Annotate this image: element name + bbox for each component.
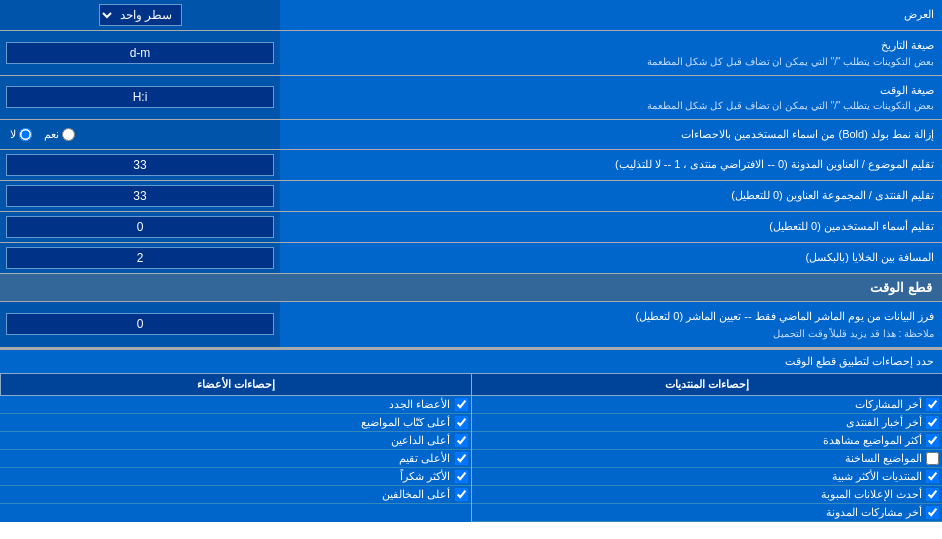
topic-trim-label: تقليم الموضوع / العناوين المدونة (0 -- ا…: [280, 150, 942, 180]
checkbox-member-4[interactable]: [455, 452, 468, 465]
checkbox-forum-1[interactable]: [926, 398, 939, 411]
bold-radio-yes-label[interactable]: نعم: [44, 128, 75, 141]
checkbox-forum-3[interactable]: [926, 434, 939, 447]
list-item: الأكثر شكراً: [0, 468, 471, 486]
date-format-label: صيغة التاريخ بعض التكوينات يتطلب "/" الت…: [280, 31, 942, 75]
list-item: الأعضاء الجدد: [0, 396, 471, 414]
time-filter-input-cell: [0, 302, 280, 348]
stats-col-headers: إحصاءات المنتديات إحصاءات الأعضاء: [0, 374, 942, 396]
time-format-row: صيغة الوقت بعض التكوينات يتطلب "/" التي …: [0, 76, 942, 121]
bold-radio-yes[interactable]: [62, 128, 75, 141]
list-item: المواضيع الساخنة: [472, 450, 943, 468]
bold-label: إزالة نمط بولد (Bold) من اسماء المستخدمي…: [280, 120, 942, 149]
checkbox-member-3[interactable]: [455, 434, 468, 447]
list-item: أعلى كتّاب المواضيع: [0, 414, 471, 432]
time-format-label: صيغة الوقت بعض التكوينات يتطلب "/" التي …: [280, 76, 942, 120]
col-header-forums: إحصاءات المنتديات: [471, 374, 942, 395]
checkbox-forum-5[interactable]: [926, 470, 939, 483]
topic-trim-input-cell: [0, 150, 280, 180]
list-item: أخر مشاركات المدونة: [472, 504, 943, 522]
stats-section: حدد إحصاءات لتطبيق قطع الوقت إحصاءات الم…: [0, 348, 942, 522]
date-format-input[interactable]: [6, 42, 274, 64]
user-trim-label: تقليم أسماء المستخدمين (0 للتعطيل): [280, 212, 942, 242]
time-format-input-cell: [0, 76, 280, 120]
display-row: العرض سطر واحدسطرينثلاثة أسطر: [0, 0, 942, 31]
list-item: أعلى المخالفين: [0, 486, 471, 504]
bold-radio-no-label[interactable]: لا: [10, 128, 32, 141]
forum-trim-label: تقليم الفنتدى / المجموعة العناوين (0 للت…: [280, 181, 942, 211]
apply-stats-row: حدد إحصاءات لتطبيق قطع الوقت: [0, 350, 942, 374]
time-filter-label: فرز البيانات من يوم الماشر الماضي فقط --…: [280, 302, 942, 348]
apply-stats-label: حدد إحصاءات لتطبيق قطع الوقت: [0, 350, 942, 373]
time-format-input[interactable]: [6, 86, 274, 108]
date-format-row: صيغة التاريخ بعض التكوينات يتطلب "/" الت…: [0, 31, 942, 76]
checkbox-forum-2[interactable]: [926, 416, 939, 429]
time-filter-row: فرز البيانات من يوم الماشر الماضي فقط --…: [0, 302, 942, 349]
checkbox-member-1[interactable]: [455, 398, 468, 411]
forum-stats-col: أخر المشاركات أخر أخبار الفنتدى أكثر الم…: [471, 396, 943, 522]
cell-spacing-label: المسافة بين الخلايا (بالبكسل): [280, 243, 942, 273]
bold-radio-cell: نعم لا: [0, 120, 280, 149]
checkbox-forum-7[interactable]: [926, 506, 939, 519]
list-item: أحدث الإعلانات المبوبة: [472, 486, 943, 504]
checkbox-member-6[interactable]: [455, 488, 468, 501]
user-trim-input-cell: [0, 212, 280, 242]
member-stats-col: الأعضاء الجدد أعلى كتّاب المواضيع أعلى ا…: [0, 396, 471, 522]
checkbox-member-5[interactable]: [455, 470, 468, 483]
checkbox-member-2[interactable]: [455, 416, 468, 429]
list-item: أكثر المواضيع مشاهدة: [472, 432, 943, 450]
list-item: أخر المشاركات: [472, 396, 943, 414]
cell-spacing-input-cell: [0, 243, 280, 273]
list-item: أخر أخبار الفنتدى: [472, 414, 943, 432]
user-trim-input[interactable]: [6, 216, 274, 238]
main-container: العرض سطر واحدسطرينثلاثة أسطر صيغة التار…: [0, 0, 942, 522]
list-item: المنتديات الأكثر شبية: [472, 468, 943, 486]
display-label: العرض: [280, 0, 942, 30]
topic-trim-row: تقليم الموضوع / العناوين المدونة (0 -- ا…: [0, 150, 942, 181]
forum-trim-row: تقليم الفنتدى / المجموعة العناوين (0 للت…: [0, 181, 942, 212]
checkbox-forum-6[interactable]: [926, 488, 939, 501]
forum-trim-input[interactable]: [6, 185, 274, 207]
cell-spacing-input[interactable]: [6, 247, 274, 269]
user-trim-row: تقليم أسماء المستخدمين (0 للتعطيل): [0, 212, 942, 243]
date-format-input-cell: [0, 31, 280, 75]
list-item: الأعلى تقيم: [0, 450, 471, 468]
bold-radio-no[interactable]: [19, 128, 32, 141]
checkbox-forum-4[interactable]: [926, 452, 939, 465]
list-item: أعلى الداعين: [0, 432, 471, 450]
forum-trim-input-cell: [0, 181, 280, 211]
time-section-header: قطع الوقت: [0, 274, 942, 302]
time-filter-input[interactable]: [6, 313, 274, 335]
stats-columns: أخر المشاركات أخر أخبار الفنتدى أكثر الم…: [0, 396, 942, 522]
topic-trim-input[interactable]: [6, 154, 274, 176]
cell-spacing-row: المسافة بين الخلايا (بالبكسل): [0, 243, 942, 274]
display-select[interactable]: سطر واحدسطرينثلاثة أسطر: [99, 4, 182, 26]
bold-row: إزالة نمط بولد (Bold) من اسماء المستخدمي…: [0, 120, 942, 150]
display-input-cell: سطر واحدسطرينثلاثة أسطر: [0, 0, 280, 30]
col-header-members: إحصاءات الأعضاء: [0, 374, 471, 395]
